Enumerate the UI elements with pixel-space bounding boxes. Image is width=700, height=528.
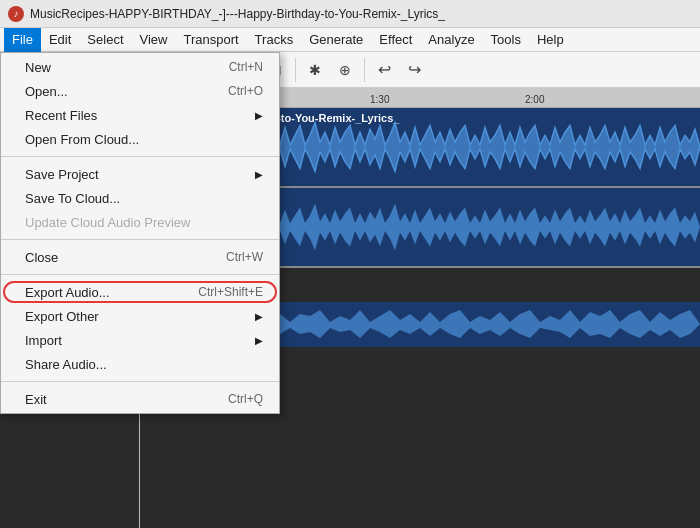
menu-save-project-label: Save Project	[25, 167, 99, 182]
menu-divider-1	[1, 156, 279, 157]
menu-new-label: New	[25, 60, 51, 75]
menu-tools[interactable]: Tools	[483, 28, 529, 52]
menu-file[interactable]: File	[4, 28, 41, 52]
menu-update-cloud-label: Update Cloud Audio Preview	[25, 215, 191, 230]
menu-share-audio-label: Share Audio...	[25, 357, 107, 372]
menu-import-label: Import	[25, 333, 62, 348]
menu-exit-shortcut: Ctrl+Q	[228, 392, 263, 406]
menu-edit[interactable]: Edit	[41, 28, 79, 52]
menu-open[interactable]: Open... Ctrl+O	[1, 79, 279, 103]
menu-open-cloud[interactable]: Open From Cloud...	[1, 127, 279, 151]
time-marker-2: 1:30	[370, 94, 389, 105]
menu-view[interactable]: View	[132, 28, 176, 52]
menu-exit-label: Exit	[25, 392, 47, 407]
menu-bar: File Edit Select View Transport Tracks G…	[0, 28, 700, 52]
toolbar-redo[interactable]: ↪	[400, 56, 428, 84]
menu-export-audio-label: Export Audio...	[25, 285, 110, 300]
menu-divider-2	[1, 239, 279, 240]
menu-save-cloud-label: Save To Cloud...	[25, 191, 120, 206]
toolbar-multi-tool[interactable]: ⊕	[331, 56, 359, 84]
menu-new[interactable]: New Ctrl+N	[1, 55, 279, 79]
menu-exit[interactable]: Exit Ctrl+Q	[1, 387, 279, 411]
menu-group-1: New Ctrl+N Open... Ctrl+O Recent Files ▶…	[1, 53, 279, 153]
toolbar-undo[interactable]: ↩	[370, 56, 398, 84]
menu-update-cloud: Update Cloud Audio Preview	[1, 210, 279, 234]
toolbar-separator-3	[295, 58, 296, 82]
menu-export-other[interactable]: Export Other ▶	[1, 304, 279, 328]
menu-new-shortcut: Ctrl+N	[229, 60, 263, 74]
menu-share-audio[interactable]: Share Audio...	[1, 352, 279, 376]
menu-export-audio[interactable]: Export Audio... Ctrl+Shift+E	[1, 280, 279, 304]
menu-group-3: Close Ctrl+W	[1, 243, 279, 271]
menu-close-label: Close	[25, 250, 58, 265]
menu-analyze[interactable]: Analyze	[420, 28, 482, 52]
menu-divider-4	[1, 381, 279, 382]
menu-transport[interactable]: Transport	[175, 28, 246, 52]
title-bar: ♪ MusicRecipes-HAPPY-BIRTHDAY_-]---Happy…	[0, 0, 700, 28]
menu-recent-label: Recent Files	[25, 108, 97, 123]
app-icon: ♪	[8, 6, 24, 22]
menu-group-4: Export Audio... Ctrl+Shift+E Export Othe…	[1, 278, 279, 378]
menu-open-cloud-label: Open From Cloud...	[25, 132, 139, 147]
menu-close-shortcut: Ctrl+W	[226, 250, 263, 264]
menu-select[interactable]: Select	[79, 28, 131, 52]
menu-tracks[interactable]: Tracks	[247, 28, 302, 52]
menu-help[interactable]: Help	[529, 28, 572, 52]
menu-group-5: Exit Ctrl+Q	[1, 385, 279, 413]
recent-arrow: ▶	[255, 110, 263, 121]
menu-divider-3	[1, 274, 279, 275]
menu-generate[interactable]: Generate	[301, 28, 371, 52]
menu-save-cloud[interactable]: Save To Cloud...	[1, 186, 279, 210]
file-menu: New Ctrl+N Open... Ctrl+O Recent Files ▶…	[0, 52, 280, 414]
toolbar-separator-4	[364, 58, 365, 82]
import-arrow: ▶	[255, 335, 263, 346]
save-project-arrow: ▶	[255, 169, 263, 180]
menu-recent-files[interactable]: Recent Files ▶	[1, 103, 279, 127]
toolbar-draw-tool[interactable]: ✱	[301, 56, 329, 84]
menu-export-other-label: Export Other	[25, 309, 99, 324]
menu-save-project[interactable]: Save Project ▶	[1, 162, 279, 186]
menu-effect[interactable]: Effect	[371, 28, 420, 52]
time-marker-3: 2:00	[525, 94, 544, 105]
export-other-arrow: ▶	[255, 311, 263, 322]
window-title: MusicRecipes-HAPPY-BIRTHDAY_-]---Happy-B…	[30, 7, 445, 21]
menu-group-2: Save Project ▶ Save To Cloud... Update C…	[1, 160, 279, 236]
menu-open-shortcut: Ctrl+O	[228, 84, 263, 98]
menu-import[interactable]: Import ▶	[1, 328, 279, 352]
menu-export-audio-shortcut: Ctrl+Shift+E	[198, 285, 263, 299]
menu-open-label: Open...	[25, 84, 68, 99]
menu-close[interactable]: Close Ctrl+W	[1, 245, 279, 269]
